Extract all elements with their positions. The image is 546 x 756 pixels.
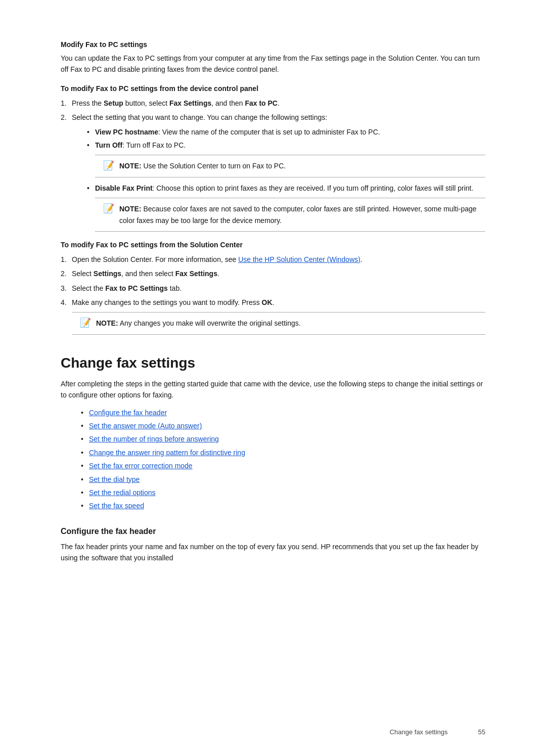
configure-fax-body: The fax header prints your name and fax … (61, 541, 485, 564)
link-item-7: Set the fax speed (81, 500, 485, 511)
subheading-panel: To modify Fax to PC settings from the de… (61, 84, 485, 93)
note-box-2: 📝 NOTE: Because color faxes are not save… (95, 198, 485, 232)
note-content-3: NOTE: Any changes you make will overwrit… (96, 318, 301, 329)
sol-step3-num: 3. (61, 283, 67, 294)
subheading-solution: To modify Fax to PC settings from the So… (61, 241, 485, 249)
note2-label: NOTE: (119, 205, 142, 213)
sol-step1-num: 1. (61, 254, 67, 265)
step1-fax-settings: Fax Settings (169, 99, 211, 107)
sol-step-4: 4. Make any changes to the settings you … (61, 297, 485, 335)
footer-section-name: Change fax settings (390, 728, 448, 736)
note-content-2: NOTE: Because color faxes are not saved … (119, 203, 477, 226)
turn-off-text: : Turn off Fax to PC. (122, 141, 186, 149)
disable-fax-label: Disable Fax Print (95, 184, 153, 192)
sol-fax-settings: Fax Settings (175, 270, 217, 278)
bullet-view-pc: View PC hostname: View the name of the c… (87, 126, 485, 138)
panel-steps-list: 1. Press the Setup button, select Fax Se… (61, 98, 485, 232)
link-item-4: Set the fax error correction mode (81, 460, 485, 471)
note-icon-3: 📝 (80, 318, 91, 327)
sol-step2-text: Select Settings, and then select Fax Set… (72, 270, 219, 278)
sol-step-1: 1. Open the Solution Center. For more in… (61, 254, 485, 265)
link-fax-speed[interactable]: Set the fax speed (89, 502, 144, 510)
page-footer: Change fax settings 55 (0, 728, 546, 736)
view-pc-text: : View the name of the computer that is … (158, 128, 380, 136)
page-container: Modify Fax to PC settings You can update… (0, 0, 546, 756)
sol-step3-text: Select the Fax to PC Settings tab. (72, 284, 181, 292)
note1-text: Use the Solution Center to turn on Fax t… (142, 162, 286, 170)
note-box-1: 📝 NOTE: Use the Solution Center to turn … (95, 155, 485, 177)
sol-step2-num: 2. (61, 268, 67, 279)
panel-step-2: 2. Select the setting that you want to c… (61, 112, 485, 232)
note1-label: NOTE: (119, 162, 142, 170)
change-fax-main-heading: Change fax settings (61, 355, 485, 371)
solution-center-link[interactable]: Use the HP Solution Center (Windows) (238, 255, 360, 263)
change-fax-body: After completing the steps in the gettin… (61, 378, 485, 401)
step1-num: 1. (61, 98, 67, 109)
link-dial-type[interactable]: Set the dial type (89, 475, 140, 483)
view-pc-label: View PC hostname (95, 128, 158, 136)
sol-settings: Settings (94, 270, 121, 278)
link-configure-fax-header[interactable]: Configure the fax header (89, 409, 167, 417)
link-item-3: Change the answer ring pattern for disti… (81, 447, 485, 458)
note2-text: Because color faxes are not saved to the… (119, 205, 477, 224)
link-redial-options[interactable]: Set the redial options (89, 488, 156, 497)
link-item-0: Configure the fax header (81, 407, 485, 418)
link-answer-ring-pattern[interactable]: Change the answer ring pattern for disti… (89, 449, 245, 457)
sol-step4-num: 4. (61, 297, 67, 308)
bullet-disable-fax: Disable Fax Print: Choose this option to… (87, 183, 485, 232)
link-item-5: Set the dial type (81, 474, 485, 485)
sol-step-3: 3. Select the Fax to PC Settings tab. (61, 283, 485, 294)
settings-bullet-list: View PC hostname: View the name of the c… (72, 126, 485, 232)
link-rings-before-answering[interactable]: Set the number of rings before answering (89, 435, 219, 443)
turn-off-label: Turn Off (95, 141, 122, 149)
note-box-3: 📝 NOTE: Any changes you make will overwr… (72, 312, 485, 334)
note3-label: NOTE: (96, 319, 118, 327)
step1-setup: Setup (104, 99, 123, 107)
modify-fax-section: Modify Fax to PC settings You can update… (61, 40, 485, 335)
modify-fax-body: You can update the Fax to PC settings fr… (61, 53, 485, 75)
disable-fax-text: : Choose this option to print faxes as t… (153, 184, 474, 192)
fax-settings-links-list: Configure the fax header Set the answer … (66, 407, 485, 512)
sol-ok: OK (262, 298, 272, 306)
configure-fax-heading: Configure the fax header (61, 527, 485, 536)
sol-step-2: 2. Select Settings, and then select Fax … (61, 268, 485, 279)
link-item-1: Set the answer mode (Auto answer) (81, 420, 485, 431)
link-item-2: Set the number of rings before answering (81, 433, 485, 444)
solution-steps-list: 1. Open the Solution Center. For more in… (61, 254, 485, 335)
sol-step1-text: Open the Solution Center. For more infor… (72, 255, 362, 263)
step1-text: Press the Setup button, select Fax Setti… (72, 99, 280, 107)
link-fax-error-correction[interactable]: Set the fax error correction mode (89, 462, 193, 470)
note3-text: Any changes you make will overwrite the … (118, 319, 301, 327)
bullet-turn-off: Turn Off: Turn off Fax to PC. 📝 NOTE: Us… (87, 140, 485, 177)
panel-step-1: 1. Press the Setup button, select Fax Se… (61, 98, 485, 109)
step2-text: Select the setting that you want to chan… (72, 113, 327, 121)
link-item-6: Set the redial options (81, 487, 485, 498)
modify-fax-heading: Modify Fax to PC settings (61, 40, 485, 49)
footer-page-number: 55 (478, 728, 485, 736)
step1-fax-pc: Fax to PC (245, 99, 278, 107)
sol-tab: Fax to PC Settings (105, 284, 168, 292)
note-icon-1: 📝 (103, 161, 114, 170)
link-answer-mode[interactable]: Set the answer mode (Auto answer) (89, 422, 202, 430)
note-icon-2: 📝 (103, 204, 114, 213)
step2-num: 2. (61, 112, 67, 123)
note-content-1: NOTE: Use the Solution Center to turn on… (119, 160, 286, 171)
sol-step4-text: Make any changes to the settings you wan… (72, 298, 275, 306)
